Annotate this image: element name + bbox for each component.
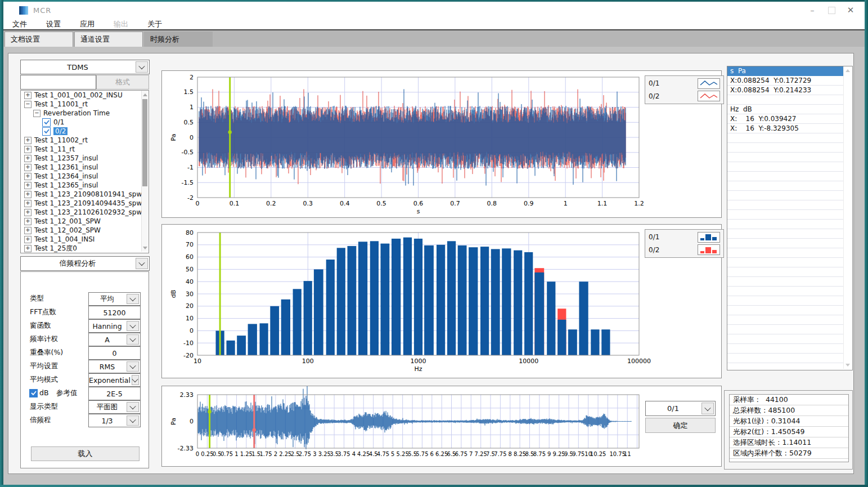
legend-entry[interactable]: 0/2 — [649, 91, 720, 102]
chevron-down-icon[interactable] — [127, 294, 139, 304]
menu-item-0[interactable]: 文件 — [12, 19, 27, 29]
form-select-0[interactable]: 平均 — [88, 292, 141, 306]
tree-item[interactable]: +Test 1_123_211026102932_spw — [21, 208, 149, 217]
close-button[interactable]: ✕ — [841, 3, 860, 17]
db-checkbox[interactable] — [29, 389, 38, 397]
tree-checkbox[interactable] — [42, 118, 51, 127]
maximize-button[interactable] — [822, 3, 841, 17]
chevron-down-icon[interactable] — [136, 258, 148, 269]
readout-row[interactable] — [727, 334, 844, 344]
tree-item[interactable]: +Test 1_12361_insul — [21, 163, 149, 172]
scroll-down-icon[interactable] — [844, 361, 852, 369]
readout-row[interactable] — [727, 248, 844, 258]
tree-checkbox[interactable] — [42, 127, 51, 136]
menu-item-4[interactable]: 关于 — [147, 19, 162, 29]
form-select-8[interactable]: 平面图 — [88, 400, 141, 414]
expand-icon[interactable]: + — [24, 146, 32, 153]
readout-row[interactable] — [727, 267, 844, 277]
readout-row[interactable] — [727, 306, 844, 315]
readout-row[interactable] — [727, 191, 844, 200]
tree-item[interactable]: +Test 1_12357_insul — [21, 154, 149, 163]
tree-item[interactable]: 0/2 — [21, 127, 149, 136]
legend-entry[interactable]: 0/2 — [649, 244, 720, 256]
collapse-icon[interactable]: − — [24, 101, 32, 108]
readout-row[interactable] — [727, 287, 844, 296]
tree-item[interactable]: −Test 1_11001_rt — [21, 100, 149, 109]
tree-item[interactable]: +Test 1_12365_insul — [21, 181, 149, 190]
readout-row[interactable] — [727, 220, 844, 229]
menu-item-1[interactable]: 设置 — [46, 19, 61, 29]
readout-row[interactable]: X: 16 Y:-8.329305 — [727, 124, 844, 133]
readout-row[interactable] — [727, 239, 844, 248]
readout-row[interactable]: X:0.088254 Y:0.214233 — [727, 86, 844, 95]
readout-row[interactable] — [727, 95, 844, 105]
tree-scrollbar-thumb[interactable] — [142, 99, 147, 186]
readout-row[interactable] — [727, 200, 844, 210]
form-select-6[interactable]: Exponential — [88, 373, 141, 387]
load-button[interactable]: 载入 — [31, 446, 140, 461]
readout-row[interactable] — [727, 296, 844, 306]
chevron-down-icon[interactable] — [127, 402, 139, 412]
expand-icon[interactable]: + — [24, 245, 32, 252]
scroll-up-icon[interactable] — [844, 66, 852, 74]
tree-scrollbar[interactable] — [141, 91, 148, 252]
chevron-down-icon[interactable] — [136, 61, 148, 73]
tree-item[interactable]: −Reverberation Time — [21, 109, 149, 118]
expand-icon[interactable]: + — [24, 155, 32, 162]
chevron-down-icon[interactable] — [127, 321, 139, 331]
readout-row[interactable] — [727, 143, 844, 153]
readout-row[interactable] — [727, 315, 844, 325]
overview-waveform-chart[interactable]: 00.250.50.7511.251.51.7522.252.52.7533.2… — [161, 386, 722, 467]
expand-icon[interactable]: + — [24, 182, 32, 189]
chevron-down-icon[interactable] — [127, 415, 139, 426]
form-select-5[interactable]: RMS — [88, 360, 141, 373]
tree-item[interactable]: +Test 1_123_210914094435_spw — [21, 199, 149, 208]
tab-0[interactable]: 文档设置 — [5, 32, 73, 47]
readout-row[interactable]: Hz dB — [727, 105, 844, 114]
readout-row[interactable] — [727, 277, 844, 287]
readout-row[interactable] — [727, 181, 844, 191]
tree-item[interactable]: +Test 1_001_001_002_INSU — [21, 91, 149, 100]
readout-row[interactable] — [727, 229, 844, 239]
expand-icon[interactable]: + — [24, 200, 32, 207]
octave-spectrum-chart[interactable]: 10100100010000100000-20-1001020304050607… — [161, 224, 722, 378]
expand-icon[interactable]: + — [24, 173, 32, 180]
readout-row[interactable]: s Pa — [727, 66, 844, 76]
legend-entry[interactable]: 0/1 — [649, 231, 720, 243]
readout-row[interactable]: X:0.088254 Y:0.172729 — [727, 76, 844, 86]
tree-item[interactable]: +Test 1_12364_insul — [21, 172, 149, 181]
form-select-2[interactable]: Hanning — [88, 319, 141, 333]
expand-icon[interactable]: + — [24, 164, 32, 171]
readout-row[interactable] — [727, 344, 844, 354]
format-button[interactable]: 格式 — [96, 75, 149, 90]
time-waveform-chart[interactable]: 00.10.20.30.40.50.60.70.80.911.11.2-2-1.… — [161, 70, 722, 218]
chevron-down-icon[interactable] — [127, 334, 139, 345]
readout-row[interactable] — [727, 153, 844, 162]
tree-item[interactable]: +Test 1_12_002_SPW — [21, 226, 149, 235]
expand-icon[interactable]: + — [24, 92, 32, 99]
chevron-down-icon[interactable] — [127, 361, 139, 372]
file-format-select[interactable]: TDMS — [20, 60, 150, 74]
expand-icon[interactable]: + — [24, 137, 32, 144]
menu-item-2[interactable]: 应用 — [80, 19, 95, 29]
menu-item-3[interactable]: 输出 — [114, 19, 128, 29]
readout-row[interactable] — [727, 354, 844, 363]
filter-input[interactable] — [20, 75, 96, 90]
expand-icon[interactable]: + — [24, 236, 32, 243]
expand-icon[interactable]: + — [24, 227, 32, 234]
scroll-up-icon[interactable] — [142, 91, 148, 99]
readout-row[interactable]: X: 16 Y:0.039427 — [727, 114, 844, 124]
confirm-button[interactable]: 确定 — [645, 418, 716, 433]
expand-icon[interactable]: + — [24, 191, 32, 198]
form-select-9[interactable]: 1/3 — [88, 414, 141, 427]
tree-item[interactable]: +Test 1_11002_rt — [21, 136, 149, 145]
analysis-type-select[interactable]: 倍频程分析 — [20, 256, 150, 271]
readout-row[interactable] — [727, 172, 844, 181]
tab-2[interactable]: 时频分析 — [144, 32, 213, 47]
readout-row[interactable] — [727, 133, 844, 143]
overview-channel-select[interactable]: 0/1 — [645, 401, 716, 416]
chevron-down-icon[interactable] — [132, 375, 139, 385]
expand-icon[interactable]: + — [24, 218, 32, 225]
form-input-4[interactable]: 0 — [88, 346, 141, 360]
readout-row[interactable] — [727, 210, 844, 220]
